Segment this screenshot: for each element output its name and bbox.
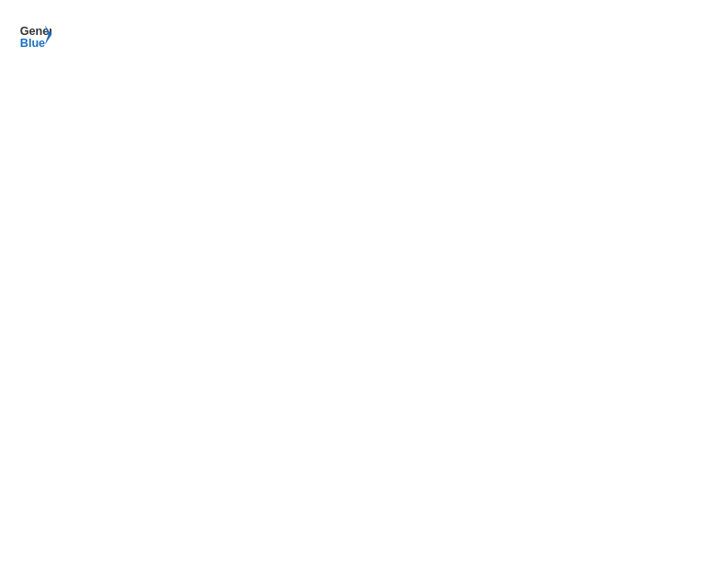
page-header: General Blue xyxy=(18,18,710,52)
logo-icon: General Blue xyxy=(18,18,51,52)
logo: General Blue xyxy=(18,18,51,52)
svg-text:Blue: Blue xyxy=(20,37,45,50)
